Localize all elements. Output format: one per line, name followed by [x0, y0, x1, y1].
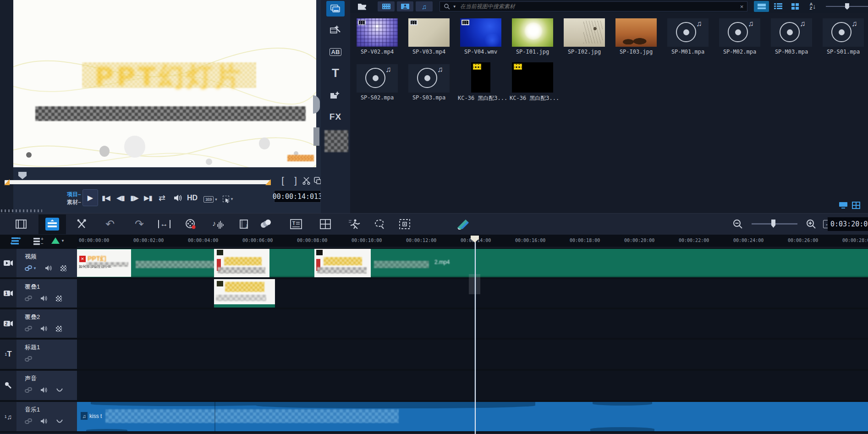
- track-transparency-icon[interactable]: [56, 326, 62, 332]
- link-icon[interactable]: [25, 418, 32, 424]
- filter-videos-button[interactable]: [378, 1, 394, 11]
- mask-creator-button[interactable]: [396, 216, 413, 232]
- search-scope-caret[interactable]: ▼: [453, 5, 456, 9]
- library-item[interactable]: ♫ SP-M03.mpa: [769, 18, 814, 55]
- sound-mixer-button[interactable]: ♪: [210, 216, 226, 232]
- library-item[interactable]: SP-I02.jpg: [561, 18, 607, 55]
- overlay2-track-header[interactable]: 覆叠2: [16, 309, 77, 338]
- mark-in-button[interactable]: [: [278, 174, 288, 187]
- track-mute-icon[interactable]: [40, 295, 48, 302]
- video-clip-slide3[interactable]: [314, 249, 371, 277]
- music-track-icon[interactable]: 1♫: [0, 402, 16, 431]
- show-library-panel-button[interactable]: [838, 201, 849, 210]
- trim-end-handle[interactable]: [265, 179, 271, 185]
- track-mute-icon[interactable]: [40, 387, 48, 393]
- instant-project-button[interactable]: [326, 22, 345, 38]
- media-category-button[interactable]: [326, 1, 345, 16]
- library-item[interactable]: ♫ SP-S02.mpa: [354, 64, 400, 101]
- tools-button[interactable]: [73, 216, 90, 232]
- system-volume-button[interactable]: [173, 192, 182, 203]
- stacked-clips-button[interactable]: [258, 216, 274, 232]
- filter-audio-button[interactable]: ♫: [416, 1, 432, 11]
- thumbnail-size-slider-handle[interactable]: [845, 3, 849, 10]
- library-item[interactable]: KC-36 黑白配3...: [458, 64, 504, 102]
- repeat-button[interactable]: ⇄: [159, 192, 165, 203]
- video-clip-ppt-thumbnail[interactable]: ✕ PPT幻 如何添加备注创作B.: [77, 249, 131, 277]
- library-item[interactable]: SP-V02.mp4: [354, 18, 400, 55]
- split-clip-scissors-button[interactable]: [302, 174, 312, 187]
- tab-project[interactable]: 项目–: [67, 191, 81, 198]
- track-transparency-icon[interactable]: [56, 296, 62, 302]
- library-item[interactable]: SP-I03.jpg: [613, 18, 659, 55]
- library-item[interactable]: ♫ SP-S03.mpa: [406, 64, 452, 101]
- search-clear-button[interactable]: ×: [740, 3, 744, 10]
- filter-photos-button[interactable]: [397, 1, 413, 11]
- overlay1-track-icon[interactable]: 1: [0, 279, 16, 308]
- trim-start-handle[interactable]: [4, 179, 10, 185]
- go-to-end-button[interactable]: ▶▮: [144, 192, 152, 203]
- track-manager-button[interactable]: [8, 236, 23, 246]
- filter-category-button[interactable]: FX: [326, 109, 345, 125]
- voice-track-content[interactable]: [77, 371, 868, 400]
- tab-clip[interactable]: 素材–: [67, 199, 81, 205]
- selection-tool-dropdown[interactable]: ▼: [223, 193, 233, 204]
- overlay1-track-header[interactable]: 覆叠1: [16, 279, 77, 308]
- show-options-panel-button[interactable]: [851, 201, 862, 210]
- library-item[interactable]: SP-I01.jpg: [510, 18, 555, 55]
- subtitle-editor-button[interactable]: T: [288, 216, 304, 232]
- timeline-view-button[interactable]: [44, 216, 60, 232]
- library-item[interactable]: ♫ SP-M01.mpa: [665, 18, 711, 55]
- music-track-header[interactable]: 音乐1: [16, 402, 77, 431]
- voice-track-icon[interactable]: [0, 371, 16, 400]
- previous-frame-button[interactable]: ◀▮: [116, 192, 125, 203]
- video-track-icon[interactable]: [0, 249, 16, 277]
- video-track-content[interactable]: ✕ PPT幻 如何添加备注创作B.: [77, 249, 868, 277]
- link-icon[interactable]: [25, 295, 32, 302]
- go-to-start-button[interactable]: ▮◀: [102, 192, 110, 203]
- redo-button[interactable]: ↷: [131, 216, 148, 232]
- panel-collapse-handle[interactable]: [313, 95, 320, 114]
- waveform-view-icon[interactable]: [56, 387, 63, 393]
- preview-viewport[interactable]: PPT幻灯片: [13, 0, 316, 167]
- aspect-ratio-dropdown[interactable]: 16:9▼: [203, 194, 217, 205]
- add-remove-track-button[interactable]: +−: [31, 236, 46, 246]
- preview-timecode[interactable]: 00:00:14:013: [274, 190, 321, 203]
- library-item[interactable]: ♫ SP-M02.mpa: [717, 18, 763, 55]
- waveform-view-icon[interactable]: [56, 418, 63, 424]
- timeline-zoom-slider-handle[interactable]: [771, 220, 775, 228]
- list-view-button[interactable]: [771, 1, 786, 12]
- music-clip[interactable]: ♫ kiss t: [77, 402, 868, 431]
- link-icon[interactable]: [25, 325, 32, 332]
- mark-out-button[interactable]: ]: [291, 174, 301, 187]
- title-track-content[interactable]: [77, 340, 868, 369]
- overlay-clip[interactable]: [214, 279, 275, 308]
- music-track-content[interactable]: ♫ kiss t: [77, 402, 868, 431]
- title-category-button[interactable]: T: [326, 65, 345, 81]
- playhead-line[interactable]: [475, 242, 476, 434]
- link-icon[interactable]: [25, 356, 32, 362]
- motion-tracking-button[interactable]: [346, 216, 363, 232]
- preview-scrubber-handle[interactable]: [18, 172, 27, 179]
- track-mute-icon[interactable]: [40, 418, 48, 424]
- add-folder-button[interactable]: [354, 1, 371, 12]
- track-mute-icon[interactable]: [40, 325, 48, 332]
- hd-preview-button[interactable]: HD: [187, 192, 198, 203]
- next-frame-button[interactable]: ▮▶: [130, 192, 138, 203]
- smart-mask-pen-button[interactable]: [455, 216, 471, 232]
- overlay2-track-content[interactable]: [77, 309, 868, 338]
- fit-project-button[interactable]: ↔: [156, 216, 172, 232]
- link-icon[interactable]: [25, 387, 32, 393]
- search-input[interactable]: [460, 3, 740, 10]
- voice-track-header[interactable]: 声音: [16, 371, 77, 400]
- library-item[interactable]: SP-V04.wmv: [458, 18, 504, 55]
- preview-scrollbar-thumb[interactable]: [313, 127, 319, 146]
- video-track-header[interactable]: 视频 ▼: [16, 249, 77, 277]
- sort-az-button[interactable]: AZ↓: [806, 1, 819, 12]
- title-track-icon[interactable]: 1T: [0, 340, 16, 369]
- undo-button[interactable]: ↶: [102, 216, 118, 232]
- track-motion-path-button[interactable]: [371, 216, 388, 232]
- thumbnail-view-button[interactable]: [787, 1, 802, 12]
- overlay-category-button[interactable]: [326, 87, 345, 103]
- split-screen-template-button[interactable]: [317, 216, 334, 232]
- filmstrip-view-button[interactable]: [754, 1, 769, 12]
